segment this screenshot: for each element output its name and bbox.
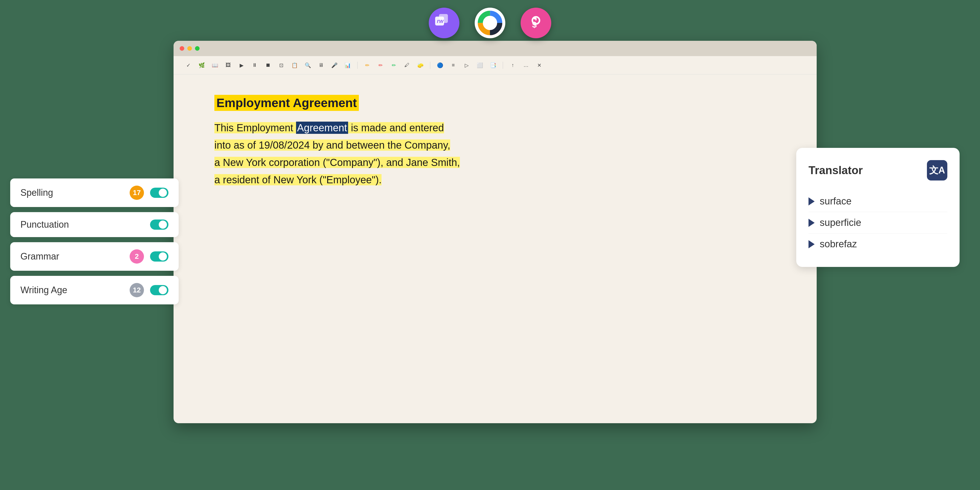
para-text-1: This Employment [215, 122, 296, 133]
stop-icon[interactable]: ⏹ [263, 61, 272, 70]
translator-icon: 文A [927, 160, 947, 181]
spelling-label: Spelling [21, 187, 130, 198]
play-superficie-icon[interactable] [808, 219, 815, 227]
grammar-badge: 2 [130, 249, 144, 263]
punctuation-label: Punctuation [21, 219, 150, 230]
circle-icon[interactable]: 🔵 [435, 61, 445, 70]
translator-panel: Translator 文A surface superficie sobrefa… [796, 148, 959, 267]
translator-item-2[interactable]: sobrefaz [808, 233, 947, 255]
pen-yellow-icon[interactable]: ✏ [363, 61, 372, 70]
para-text-2: is made and entered [348, 122, 444, 133]
play-sobrefaz-icon[interactable] [808, 240, 815, 248]
play-surface-icon[interactable] [808, 197, 815, 206]
document-title: Employment Agreement [215, 95, 776, 119]
minimize-button[interactable] [187, 46, 192, 51]
rw-app-icon[interactable]: rw [429, 8, 460, 38]
svg-text:$: $ [532, 20, 537, 29]
toolbar: ✓ 🌿 📖 🖼 ▶ ⏸ ⏹ ⊡ 📋 🔍 🖥 🎤 📊 ✏ ✏ ✏ 🖊 🧽 🔵 ≡ … [173, 56, 817, 75]
eraser-icon[interactable]: 🧽 [416, 61, 425, 70]
check-icon[interactable]: ✓ [184, 61, 193, 70]
indent-icon[interactable]: ▷ [462, 61, 471, 70]
check-item-punctuation: Punctuation [10, 212, 179, 237]
translator-icon-symbol: 文A [929, 164, 945, 177]
translator-item-1[interactable]: superficie [808, 212, 947, 233]
grammar-label: Grammar [21, 251, 130, 262]
translator-word-2: sobrefaz [820, 239, 857, 250]
spelling-badge: 17 [130, 186, 144, 200]
monitor-icon[interactable]: 🖥 [317, 61, 326, 70]
translator-word-1: superficie [820, 217, 861, 228]
search-icon[interactable]: 🔍 [303, 61, 312, 70]
translator-title: Translator [808, 164, 927, 177]
spelling-toggle[interactable] [150, 188, 169, 198]
pen-red-icon[interactable]: ✏ [376, 61, 385, 70]
s-app-icon[interactable]: $ [520, 8, 551, 38]
image-icon[interactable]: 🖼 [224, 61, 233, 70]
para-text-5: a resident of New York ("Employee"). [215, 174, 382, 186]
grammar-toggle[interactable] [150, 251, 169, 262]
writing-age-badge: 12 [130, 283, 144, 297]
para-text-3: into as of 19/08/2024 by and between the… [215, 140, 450, 151]
para-agreement-word: Agreement [296, 122, 348, 134]
table-icon[interactable]: ⬜ [475, 61, 484, 70]
play-icon[interactable]: ▶ [237, 61, 246, 70]
window-titlebar [173, 41, 817, 56]
check-item-writing-age: Writing Age 12 [10, 276, 179, 304]
chart-icon[interactable]: 📊 [343, 61, 352, 70]
copy-icon[interactable]: 📋 [290, 61, 299, 70]
more-icon[interactable]: … [522, 61, 531, 70]
svg-text:rw: rw [437, 18, 444, 24]
writing-age-label: Writing Age [21, 285, 130, 295]
crop-icon[interactable]: ⊡ [277, 61, 286, 70]
translator-header: Translator 文A [808, 160, 947, 181]
up-icon[interactable]: ↑ [508, 61, 517, 70]
book-icon[interactable]: 📖 [210, 61, 220, 70]
toolbar-sep-2 [430, 62, 430, 69]
app-icons-bar: rw $ [429, 8, 551, 38]
doc-icon[interactable]: 📑 [488, 61, 498, 70]
highlight-icon[interactable]: 🖊 [402, 61, 412, 70]
document-paragraph: This Employment Agreement is made and en… [215, 119, 776, 189]
close-doc-icon[interactable]: ✕ [535, 61, 544, 70]
writing-age-toggle[interactable] [150, 285, 169, 295]
document-content: Employment Agreement This Employment Agr… [173, 75, 817, 209]
toolbar-sep-1 [357, 62, 358, 69]
main-window: ✓ 🌿 📖 🖼 ▶ ⏸ ⏹ ⊡ 📋 🔍 🖥 🎤 📊 ✏ ✏ ✏ 🖊 🧽 🔵 ≡ … [173, 41, 817, 423]
mic-icon[interactable]: 🎤 [330, 61, 339, 70]
svg-point-8 [485, 18, 495, 28]
leaf-icon[interactable]: 🌿 [197, 61, 206, 70]
check-item-grammar: Grammar 2 [10, 242, 179, 271]
para-text-4: a New York corporation ("Company"), and … [215, 157, 460, 168]
pen-green-icon[interactable]: ✏ [389, 61, 398, 70]
checks-panel: Spelling 17 Punctuation Grammar 2 Writin… [10, 178, 179, 304]
translator-word-0: surface [820, 196, 852, 207]
list-icon[interactable]: ≡ [449, 61, 458, 70]
punctuation-toggle[interactable] [150, 219, 169, 230]
translator-item-0[interactable]: surface [808, 191, 947, 212]
close-button[interactable] [180, 46, 184, 51]
fullscreen-button[interactable] [195, 46, 200, 51]
colorful-app-icon[interactable] [475, 8, 505, 38]
check-item-spelling: Spelling 17 [10, 178, 179, 207]
pause-icon[interactable]: ⏸ [250, 61, 259, 70]
